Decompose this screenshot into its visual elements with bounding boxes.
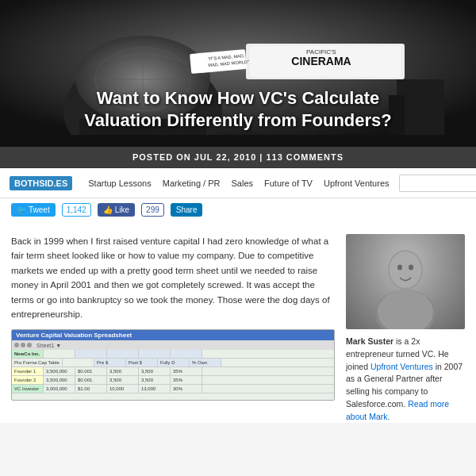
nav-future-tv[interactable]: Future of TV bbox=[264, 178, 313, 188]
ss-cell: NewCo Inc. bbox=[12, 350, 44, 358]
svg-text:PACIFIC'S: PACIFIC'S bbox=[306, 48, 336, 56]
ss-cell: VC Investor bbox=[12, 385, 44, 393]
ss-cell bbox=[44, 350, 75, 358]
ss-row-3: Founder 1 3,500,000 $0.001 3,500 3,500 3… bbox=[12, 367, 334, 376]
like-label: Like bbox=[115, 205, 129, 214]
nav-startup-lessons[interactable]: Startup Lessons bbox=[88, 178, 152, 188]
ss-cell: % Own bbox=[190, 359, 221, 367]
ss-cell: 3,500,000 bbox=[44, 367, 75, 375]
spreadsheet-toolbar: Sheet1 ▼ bbox=[12, 340, 334, 350]
ss-cell bbox=[75, 350, 107, 358]
search-input[interactable] bbox=[399, 175, 476, 192]
ss-cell: 3,500,000 bbox=[44, 376, 75, 384]
main-column: Back in 1999 when I first raised venture… bbox=[11, 234, 335, 423]
ss-cell: Pre $ bbox=[94, 359, 126, 367]
ss-cell: Post $ bbox=[126, 359, 158, 367]
ss-cell: 13,000 bbox=[139, 385, 171, 393]
nav-links: Startup Lessons Marketing / PR Sales Fut… bbox=[88, 178, 389, 188]
share-label: Share bbox=[176, 205, 198, 214]
like-count: 299 bbox=[141, 203, 164, 217]
hero-section: CINERAMA PACIFIC'S "IT'S A MAD, MAD, MAD… bbox=[0, 0, 476, 147]
ss-cell: 3,500 bbox=[107, 367, 139, 375]
tweet-icon: 🐦 bbox=[17, 205, 26, 214]
search-area: Search bbox=[399, 175, 476, 192]
nav-upfront[interactable]: Upfront Ventures bbox=[324, 178, 390, 188]
svg-point-21 bbox=[397, 265, 402, 271]
ss-cell: Fully D bbox=[158, 359, 190, 367]
spreadsheet-title: Venture Capital Valuation Spreadsheet bbox=[12, 330, 334, 340]
like-button[interactable]: 👍 Like bbox=[98, 203, 135, 217]
ss-cell: $0.001 bbox=[75, 367, 107, 375]
ss-cell: 35% bbox=[171, 367, 202, 375]
ss-cell: 35% bbox=[171, 376, 202, 384]
toolbar-dot-1 bbox=[14, 343, 19, 347]
ss-cell bbox=[171, 350, 202, 358]
author-name: Mark Suster bbox=[346, 336, 393, 346]
posted-bar: POSTED ON JUL 22, 2010 | 113 COMMENTS bbox=[0, 147, 476, 168]
svg-point-18 bbox=[390, 251, 421, 288]
ss-cell: 3,500 bbox=[139, 376, 171, 384]
ss-cell: 10,000 bbox=[107, 385, 139, 393]
spreadsheet-body: NewCo Inc. Pro Forma Cap Table Pre $ Pos… bbox=[12, 350, 334, 393]
ss-cell bbox=[63, 359, 94, 367]
ss-cell: Pro Forma Cap Table bbox=[12, 359, 63, 367]
ss-row-5: VC Investor 3,000,000 $1.00 10,000 13,00… bbox=[12, 385, 334, 393]
share-button[interactable]: Share bbox=[171, 203, 203, 217]
ss-cell: 3,500 bbox=[139, 367, 171, 375]
like-icon: 👍 bbox=[103, 205, 113, 214]
ss-row-4: Founder 2 3,500,000 $0.001 3,500 3,500 3… bbox=[12, 376, 334, 385]
toolbar-dot-3 bbox=[27, 343, 32, 347]
ss-cell: Founder 2 bbox=[12, 376, 44, 384]
tweet-button[interactable]: 🐦 Tweet bbox=[11, 203, 56, 217]
tweet-count: 1,142 bbox=[62, 203, 91, 217]
ss-cell bbox=[139, 350, 171, 358]
hero-title: Want to Know How VC's Calculate Valuatio… bbox=[40, 87, 436, 132]
ss-row-1: NewCo Inc. bbox=[12, 350, 334, 359]
posted-text: POSTED ON JUL 22, 2010 | 113 COMMENTS bbox=[132, 152, 344, 162]
svg-point-22 bbox=[409, 265, 413, 271]
svg-rect-16 bbox=[0, 135, 476, 147]
site-logo[interactable]: BOTHSID.ES bbox=[10, 176, 72, 190]
ss-cell: 3,500 bbox=[107, 376, 139, 384]
toolbar-dot-2 bbox=[21, 343, 25, 347]
sidebar: Mark Suster is a 2x entrepreneur turned … bbox=[346, 234, 465, 423]
person-svg bbox=[346, 234, 465, 329]
author-avatar bbox=[346, 234, 465, 329]
ss-cell: 30% bbox=[171, 385, 202, 393]
ss-row-2: Pro Forma Cap Table Pre $ Post $ Fully D… bbox=[12, 359, 334, 367]
tweet-label: Tweet bbox=[29, 205, 50, 214]
upfront-link[interactable]: Upfront Ventures bbox=[370, 362, 433, 371]
ss-cell bbox=[107, 350, 139, 358]
social-buttons: 🐦 Tweet 1,142 👍 Like 299 Share bbox=[0, 198, 476, 223]
ss-cell: 3,000,000 bbox=[44, 385, 75, 393]
ss-cell: Founder 1 bbox=[12, 367, 44, 375]
article-body: Back in 1999 when I first raised venture… bbox=[11, 234, 335, 321]
nav-sales[interactable]: Sales bbox=[231, 178, 253, 188]
navbar: BOTHSID.ES Startup Lessons Marketing / P… bbox=[0, 168, 476, 198]
nav-marketing[interactable]: Marketing / PR bbox=[163, 178, 221, 188]
content-area: Back in 1999 when I first raised venture… bbox=[0, 223, 476, 423]
spreadsheet-screenshot: Venture Capital Valuation Spreadsheet Sh… bbox=[11, 329, 335, 401]
ss-cell: $1.00 bbox=[75, 385, 107, 393]
toolbar-label: Sheet1 ▼ bbox=[36, 343, 61, 348]
ss-cell: $0.001 bbox=[75, 376, 107, 384]
svg-text:CINERAMA: CINERAMA bbox=[291, 55, 351, 67]
sidebar-author-info: Mark Suster is a 2x entrepreneur turned … bbox=[346, 336, 465, 423]
